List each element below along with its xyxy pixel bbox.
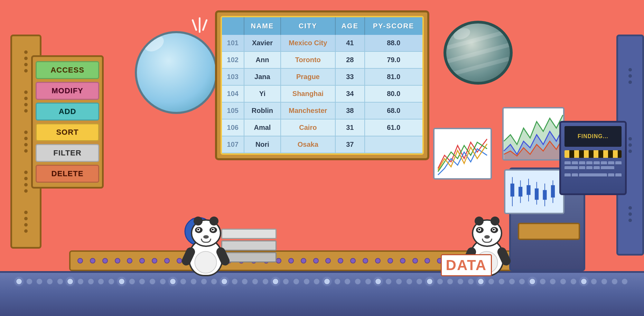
conveyor-ball — [152, 258, 157, 264]
cell-score: 79.0 — [365, 51, 422, 68]
base-dot — [200, 278, 207, 285]
cell-score: 68.0 — [365, 102, 422, 119]
base-dot — [477, 278, 484, 285]
cell-city: Manchester — [281, 102, 335, 119]
conveyor-ball — [400, 258, 405, 264]
base-platform — [0, 271, 644, 316]
cab-dot — [24, 171, 28, 174]
cell-name: Nori — [244, 136, 281, 153]
base-dot — [313, 278, 320, 285]
base-dot — [262, 278, 269, 285]
svg-rect-19 — [551, 185, 555, 198]
cell-city: Shanghai — [281, 85, 335, 102]
cab-dot — [24, 90, 28, 94]
base-dot — [560, 278, 567, 285]
base-dot — [508, 278, 515, 285]
key — [586, 161, 592, 165]
panda-stand — [518, 223, 580, 240]
panda-left — [183, 218, 228, 276]
base-dot — [354, 278, 361, 285]
finding-terminal: FINDING... — [559, 121, 627, 195]
key — [608, 161, 614, 165]
cell-age: 41 — [335, 35, 365, 51]
base-dot — [293, 278, 300, 285]
base-dot — [457, 278, 464, 285]
conveyor-ball — [412, 258, 418, 264]
base-dot — [334, 278, 341, 285]
cab-dot — [24, 50, 28, 54]
book-1 — [221, 229, 277, 239]
base-dot — [580, 278, 587, 285]
col-header-id — [222, 17, 244, 35]
cell-id: 105 — [222, 102, 244, 119]
cab-dot — [24, 189, 28, 193]
right-globe — [444, 21, 513, 85]
cab-dot — [24, 109, 28, 113]
sort-button[interactable]: SORT — [36, 123, 99, 141]
conveyor-ball — [388, 258, 393, 264]
base-dot — [272, 278, 279, 285]
base-dot — [57, 278, 64, 285]
base-dot — [16, 278, 22, 285]
modify-button[interactable]: MODIFY — [36, 82, 99, 100]
conveyor-ball — [139, 258, 145, 264]
base-dot — [570, 278, 577, 285]
table-row: 107NoriOsaka37 — [222, 136, 422, 153]
finding-keyboard — [564, 161, 622, 170]
conveyor-ball — [424, 258, 430, 264]
filter-button[interactable]: FILTER — [36, 144, 99, 162]
cab-dot — [24, 143, 28, 146]
cab-dot-group — [24, 90, 28, 113]
cab-dot — [24, 131, 28, 134]
base-dot — [375, 278, 382, 285]
cab-dot — [24, 211, 28, 214]
base-dot — [129, 278, 136, 285]
cell-city: Cairo — [281, 119, 335, 136]
svg-rect-2 — [435, 129, 491, 178]
table-outer: NAME CITY AGE PY-SCORE 101XavierMexico C… — [215, 10, 429, 160]
cell-id: 106 — [222, 119, 244, 136]
base-dot — [231, 278, 238, 285]
conveyor-ball — [363, 258, 368, 264]
cell-score: 88.0 — [365, 35, 422, 51]
cab-dot — [24, 69, 28, 73]
conveyor-ball — [325, 258, 331, 264]
base-dot — [139, 278, 146, 285]
base-dot — [303, 278, 310, 285]
cell-name: Roblin — [244, 102, 281, 119]
left-panel: ACCESS MODIFY ADD SORT FILTER DELETE — [31, 55, 104, 189]
delete-button[interactable]: DELETE — [36, 165, 99, 183]
col-header-score: PY-SCORE — [365, 17, 422, 35]
svg-rect-15 — [535, 189, 539, 200]
conveyor-ball — [127, 258, 132, 264]
finding-progress — [564, 150, 622, 158]
base-dot — [488, 278, 495, 285]
base-dot — [169, 278, 176, 285]
cell-age: 31 — [335, 119, 365, 136]
base-dot — [221, 278, 228, 285]
cab-dot — [24, 63, 28, 66]
conveyor-ball — [276, 258, 281, 264]
base-dot — [519, 278, 525, 285]
base-dot — [447, 278, 454, 285]
conveyor-ball — [288, 258, 294, 264]
cell-id: 101 — [222, 35, 244, 51]
base-dot — [601, 278, 608, 285]
base-dot — [108, 278, 115, 285]
base-dot — [467, 278, 474, 285]
base-dot — [385, 278, 392, 285]
conveyor-ball — [115, 258, 120, 264]
conveyor-ball — [350, 258, 356, 264]
base-dot — [190, 278, 197, 285]
base-dot — [46, 278, 53, 285]
finding-screen: FINDING... — [564, 126, 622, 147]
chart-card-candle — [504, 169, 564, 214]
add-button[interactable]: ADD — [36, 103, 99, 121]
access-button[interactable]: ACCESS — [36, 61, 99, 79]
cab-dot — [24, 103, 28, 106]
cab-dot-group — [24, 50, 28, 73]
key — [564, 161, 571, 165]
cell-city: Toronto — [281, 51, 335, 68]
key — [615, 161, 622, 165]
book-2 — [221, 240, 277, 251]
